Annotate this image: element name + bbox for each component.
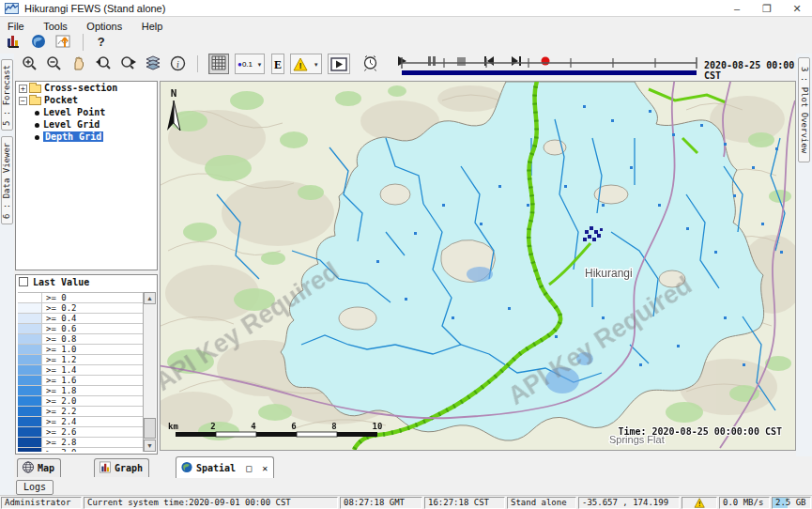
status-memory: 2.5 GB xyxy=(772,497,811,509)
left-tab-strip: 5 : Forecast 6 : Data Viewer xyxy=(0,54,14,495)
animation-timer-icon[interactable] xyxy=(361,54,380,73)
label-toggle-icon[interactable]: E xyxy=(271,54,284,74)
timeseries-display-icon[interactable] xyxy=(54,33,73,52)
legend-swatch xyxy=(18,293,42,302)
legend-swatch xyxy=(18,303,42,313)
tree-item-label: Level Point xyxy=(43,107,105,117)
tree-item-level-grid[interactable]: Level Grid xyxy=(16,119,157,131)
label-hikurangi: Hikurangi xyxy=(585,267,633,280)
tree-item-level-point[interactable]: Level Point xyxy=(16,107,157,118)
right-tab-strip: 3 : Plot Overview xyxy=(796,54,812,456)
maximize-button[interactable]: ❐ xyxy=(752,0,782,17)
menu-file[interactable]: File xyxy=(0,19,32,34)
svg-text:N: N xyxy=(171,87,177,100)
tab-spatial-label: Spatial xyxy=(196,463,236,473)
tree-item-depth-grid[interactable]: Depth Grid xyxy=(16,131,157,143)
legend-row: >= 0 xyxy=(18,293,144,303)
legend-swatch xyxy=(18,417,42,426)
last-value-checkbox[interactable] xyxy=(19,277,28,286)
svg-text:10: 10 xyxy=(373,422,383,431)
legend-row: >= 0.4 xyxy=(18,314,144,324)
tab-graph[interactable]: Graph xyxy=(94,458,149,477)
info-icon[interactable]: i xyxy=(169,54,188,73)
close-button[interactable]: ✕ xyxy=(782,0,812,17)
legend-swatch xyxy=(18,314,42,323)
tab-close-icon[interactable]: ✕ xyxy=(262,463,268,473)
tab-maximize-icon[interactable]: □ xyxy=(246,463,252,473)
movie-player-icon[interactable] xyxy=(328,54,350,74)
bar-chart-icon xyxy=(99,461,112,473)
legend-swatch xyxy=(18,448,42,452)
legend-row: >= 2.2 xyxy=(18,407,144,417)
tab-plot-overview[interactable]: 3 : Plot Overview xyxy=(798,57,810,162)
map-globe-icon[interactable] xyxy=(29,33,48,52)
legend-swatch xyxy=(18,355,42,364)
zoom-previous-icon[interactable] xyxy=(94,54,113,73)
chevron-down-icon: ▼ xyxy=(257,62,263,68)
logs-button[interactable]: Logs xyxy=(16,480,54,495)
zoom-next-icon[interactable] xyxy=(119,54,138,73)
legend-title: Last Value xyxy=(33,277,89,287)
point-size-dropdown[interactable]: ●0.1 ▼ xyxy=(235,54,265,74)
menu-tools[interactable]: Tools xyxy=(36,19,75,34)
status-local-time: 16:27:18 CST xyxy=(424,497,505,509)
tab-graph-label: Graph xyxy=(115,463,143,473)
tab-spatial[interactable]: Spatial □ ✕ xyxy=(176,456,274,478)
legend-row: >= 1.2 xyxy=(18,355,144,365)
label-letter: E xyxy=(274,58,282,71)
tree-item-cross-section[interactable]: +Cross-section xyxy=(16,83,157,94)
legend-row: >= 1.0 xyxy=(18,345,144,355)
status-bar: Administrator Current system time:2020-0… xyxy=(0,495,812,509)
scrollbar-thumb[interactable] xyxy=(144,418,156,439)
legend-row: >= 1.4 xyxy=(18,365,144,376)
status-mode: Stand alone xyxy=(507,497,576,509)
svg-text:!: ! xyxy=(697,500,700,508)
filter-tree: +Cross-section −Pocket Level Point Level… xyxy=(15,81,158,270)
legend-table: >= 0 >= 0.2 >= 0.4 >= 0.6 >= 0.8 >= 1.0 … xyxy=(18,292,144,452)
wireframe-globe-icon xyxy=(22,461,35,473)
scroll-up-icon[interactable]: ▲ xyxy=(144,292,156,304)
point-size-value: 0.1 xyxy=(242,60,253,69)
title-bar: Hikurangi FEWS (Stand alone) – ❐ ✕ xyxy=(0,0,812,17)
bullet-icon xyxy=(35,123,39,128)
legend-swatch xyxy=(18,376,42,385)
status-system-time: Current system time:2020-09-01 00:00 CST xyxy=(84,497,338,509)
legend-row: >= 1.6 xyxy=(18,376,144,386)
scroll-down-icon[interactable]: ▼ xyxy=(144,440,156,452)
help-icon[interactable]: ? xyxy=(94,33,109,52)
tab-map-label: Map xyxy=(38,463,54,473)
legend-swatch xyxy=(18,365,42,375)
menu-options[interactable]: Options xyxy=(79,19,130,34)
warning-threshold-dropdown[interactable]: ! ▼ xyxy=(290,54,321,74)
status-warning-icon[interactable]: ! xyxy=(682,497,717,509)
tree-item-pocket[interactable]: −Pocket xyxy=(16,95,157,106)
grid-icon[interactable] xyxy=(208,54,229,74)
legend-row: >= 3.0 xyxy=(18,448,144,452)
minimize-button[interactable]: – xyxy=(722,0,752,17)
zoom-in-icon[interactable] xyxy=(20,54,38,73)
legend-row: >= 0.6 xyxy=(18,324,144,334)
pan-hand-icon[interactable] xyxy=(69,54,88,73)
status-gmt-time: 08:27:18 GMT xyxy=(340,497,422,509)
collapse-icon[interactable]: − xyxy=(19,97,27,105)
database-explorer-icon[interactable] xyxy=(5,33,23,52)
svg-text:!: ! xyxy=(299,61,302,70)
layers-icon[interactable] xyxy=(144,54,162,73)
spatial-map[interactable]: API Key Required API Key Required Hikura… xyxy=(160,81,796,451)
folder-icon xyxy=(29,97,41,105)
legend-scrollbar[interactable]: ▲ ▼ xyxy=(143,292,156,452)
time-slider[interactable] xyxy=(399,55,699,78)
timeline-period-bar xyxy=(402,70,697,75)
tab-forecast[interactable]: 5 : Forecast xyxy=(1,59,13,131)
tab-data-viewer[interactable]: 6 : Data Viewer xyxy=(1,136,13,224)
legend-row: >= 2.8 xyxy=(18,438,144,448)
legend-swatch xyxy=(18,427,42,437)
zoom-out-icon[interactable] xyxy=(44,54,63,73)
legend-swatch xyxy=(18,396,42,406)
bullet-icon xyxy=(35,111,39,116)
menu-help[interactable]: Help xyxy=(134,19,171,34)
legend-row: >= 1.8 xyxy=(18,386,144,396)
expand-icon[interactable]: + xyxy=(19,85,27,93)
bullet-icon xyxy=(35,135,39,140)
tab-map[interactable]: Map xyxy=(17,458,61,477)
